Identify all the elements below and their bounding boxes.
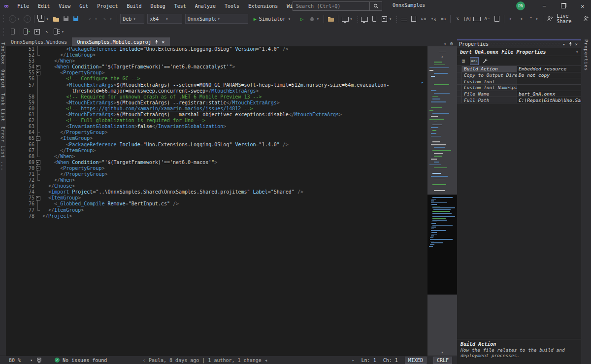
run-tests-icon[interactable]: ▸ʙ (419, 13, 428, 24)
start-debug-button-caret[interactable]: ▾ (288, 17, 293, 21)
live-share-icon[interactable] (545, 13, 555, 24)
property-value[interactable]: C:\Repos\GitHub\Uno.Sample (517, 97, 581, 103)
collapse-box-icon[interactable] (36, 166, 40, 170)
toggle-comment-icon[interactable]: ” (526, 13, 536, 24)
restore-button[interactable] (554, 0, 573, 12)
codelens-history[interactable]: ‹ Paula, 8 days ago | 1 author, 1 change… (139, 357, 270, 364)
sidebar-tab-output[interactable]: Output (0, 69, 5, 89)
column-indicator[interactable]: Ch: 1 (383, 358, 398, 363)
attribute-icon[interactable]: [@] (462, 13, 472, 24)
property-row-build-action[interactable]: Build ActionEmbedded resource (457, 66, 581, 72)
hot-reload-caret[interactable]: ▾ (317, 17, 322, 21)
menu-file[interactable]: File (13, 3, 33, 9)
expand-indicators-icon[interactable]: ▸ (352, 358, 355, 363)
property-value[interactable]: Embedded resource (517, 66, 581, 72)
property-row-full-path[interactable]: Full PathC:\Repos\GitHub\Uno.Sample (457, 97, 581, 103)
collapse-box-icon[interactable] (36, 160, 40, 165)
new-file-icon[interactable] (409, 13, 419, 24)
menu-git[interactable]: Git (75, 3, 93, 9)
line-ending-mixed-indicator[interactable]: MIXED (405, 357, 427, 364)
startup-project-combo[interactable]: OnnxSamples.Mobile▾ (185, 14, 248, 24)
close-tab-icon[interactable]: × (162, 39, 165, 45)
document-dropdown-icon[interactable]: ▾ (442, 42, 448, 46)
split-editor-handle[interactable] (439, 49, 446, 52)
menu-edit[interactable]: Edit (33, 3, 54, 9)
packages-caret[interactable]: ▾ (389, 17, 394, 21)
sidebar-tab-toolbox[interactable]: Toolbox (0, 42, 5, 65)
platform-combo[interactable]: x64▾ (147, 14, 182, 24)
account-avatar[interactable]: PA (516, 1, 525, 10)
properties-header[interactable]: Properties ▾ × (457, 40, 581, 48)
menu-project[interactable]: Project (93, 3, 122, 9)
collapse-box-icon[interactable] (36, 196, 40, 200)
menu-debug[interactable]: Debug (146, 3, 170, 9)
comment-caret[interactable]: ▾ (536, 17, 541, 21)
save-icon[interactable] (61, 13, 71, 24)
property-value[interactable] (517, 85, 581, 91)
property-row-custom-tool-namespace[interactable]: Custom Tool Namespace (457, 85, 581, 91)
collapse-box-icon[interactable] (36, 136, 40, 141)
indent-increase-icon[interactable]: ⇥ (516, 13, 526, 24)
property-value[interactable]: Do not copy (517, 72, 581, 78)
indent-decrease-icon[interactable]: ⇤ (506, 13, 516, 24)
open-folder-icon[interactable] (51, 13, 61, 24)
monitor-icon[interactable] (360, 13, 369, 24)
collapse-box-icon[interactable] (36, 71, 40, 75)
categorized-icon[interactable]: ⊞ (459, 57, 468, 65)
android-device-manager-icon[interactable] (32, 26, 42, 37)
phone-icon[interactable] (369, 13, 379, 24)
collapse-box-icon[interactable] (36, 65, 40, 69)
menu-build[interactable]: Build (123, 3, 146, 9)
close-button[interactable]: × (573, 0, 591, 12)
menu-view[interactable]: View (54, 3, 75, 9)
device-overflow-caret[interactable]: ▾ (62, 30, 66, 34)
keyboard-icon[interactable] (472, 13, 482, 24)
menu-extensions[interactable]: Extensions (244, 3, 282, 9)
debug-config-combo[interactable]: Debug▾ (120, 14, 144, 24)
new-project-icon[interactable] (36, 13, 46, 24)
alphabetical-sort-icon[interactable]: az↓ (470, 57, 479, 65)
start-debug-button[interactable]: ▶Simulator▾ (252, 14, 295, 24)
sidebar-tab-error-list-[interactable]: Error List ... (0, 127, 5, 171)
close-panel-icon[interactable]: × (574, 42, 579, 47)
property-value[interactable]: bert_QnA.onnx (517, 91, 581, 97)
property-pages-icon[interactable] (481, 57, 490, 65)
toolbar-grip[interactable] (3, 27, 5, 36)
navigate-brace-icon[interactable]: ⌥ (453, 13, 462, 24)
window-position-caret-icon[interactable]: ▾ (561, 42, 566, 47)
toolbar-grip[interactable] (3, 14, 4, 23)
feedback-icon[interactable] (581, 13, 591, 24)
find-in-files-icon[interactable] (326, 13, 336, 24)
document-health[interactable]: ✓ No issues found (55, 358, 107, 363)
manage-packages-icon[interactable] (379, 13, 389, 24)
search-icon[interactable] (369, 2, 382, 10)
scroll-up-icon[interactable]: ▴ (427, 54, 457, 59)
pointer-inspect-icon[interactable]: ↖ (42, 26, 52, 37)
device-log-icon[interactable] (52, 26, 62, 37)
remove-symbol-icon[interactable]: ×ʙ (438, 13, 448, 24)
text-transform-icon[interactable]: A⇀ (482, 13, 492, 24)
line-indicator[interactable]: Ln: 1 (361, 358, 376, 363)
scroll-down-icon[interactable]: ▾ (427, 350, 457, 355)
start-without-debugging-icon[interactable]: ▷ (297, 13, 307, 24)
menu-analyze[interactable]: Analyze (191, 3, 220, 9)
tab-onnxsamples-windows[interactable]: OnnxSamples.Windows (6, 37, 72, 46)
zoom-combo[interactable]: 80 % ▾ (9, 358, 33, 363)
menu-tools[interactable]: Tools (220, 3, 244, 9)
editor-options-gear-icon[interactable]: ⚙ (448, 41, 455, 46)
panel-tab-properties[interactable]: Properties (584, 39, 589, 71)
property-row-custom-tool[interactable]: Custom Tool (457, 78, 581, 85)
pin-icon[interactable] (155, 40, 159, 44)
minimap-scrollbar[interactable]: ▴ ▾ (427, 46, 457, 356)
startup-overview-caret[interactable]: ▾ (350, 17, 355, 21)
copy-document-icon[interactable] (492, 13, 502, 24)
startup-overview-icon[interactable] (340, 13, 350, 24)
property-row-file-name[interactable]: File Namebert_QnA.onnx (457, 91, 581, 98)
search-box[interactable]: Search (Ctrl+Q) (293, 1, 382, 11)
pin-icon[interactable] (567, 42, 574, 46)
code-cleanup-broom-icon[interactable] (36, 358, 42, 363)
new-project-caret[interactable]: ▾ (46, 17, 51, 21)
sidebar-tab-task-list[interactable]: Task List (0, 93, 5, 122)
eol-indicator[interactable]: CRLF (433, 357, 452, 364)
menu-test[interactable]: Test (170, 3, 191, 9)
